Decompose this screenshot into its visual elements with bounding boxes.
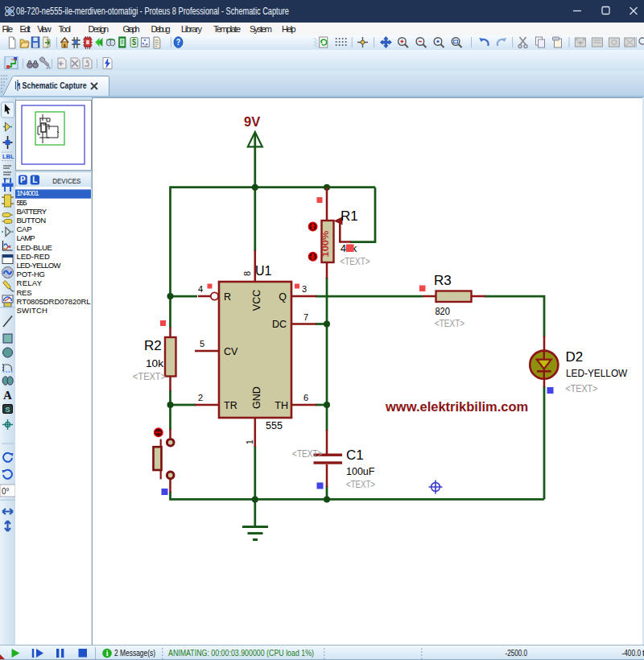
svg-text:U1: U1 bbox=[255, 264, 272, 278]
svg-text:Graph: Graph bbox=[123, 24, 140, 34]
svg-text:1: 1 bbox=[245, 439, 254, 444]
svg-text:RES: RES bbox=[17, 288, 32, 297]
svg-text:VCC: VCC bbox=[251, 290, 262, 311]
svg-text:S: S bbox=[132, 38, 136, 47]
svg-text:<TEXT>: <TEXT> bbox=[341, 256, 370, 267]
svg-text:BATTERY: BATTERY bbox=[17, 207, 47, 216]
svg-text:View: View bbox=[37, 24, 52, 34]
svg-text:TR: TR bbox=[224, 400, 237, 411]
svg-text:File: File bbox=[2, 24, 14, 34]
svg-text:Tool: Tool bbox=[59, 24, 72, 34]
svg-text:LED-BLUE: LED-BLUE bbox=[17, 243, 52, 252]
svg-text:osc: osc bbox=[143, 43, 147, 47]
svg-text:TH: TH bbox=[275, 400, 288, 411]
svg-text:0°: 0° bbox=[2, 487, 10, 496]
svg-text:8: 8 bbox=[242, 271, 252, 276]
svg-text:10k: 10k bbox=[146, 358, 164, 369]
svg-text:DC: DC bbox=[272, 319, 287, 330]
svg-text:GND: GND bbox=[251, 386, 262, 409]
svg-text:R3: R3 bbox=[434, 273, 452, 288]
svg-text:A: A bbox=[3, 389, 12, 402]
svg-text:-2500.0: -2500.0 bbox=[506, 648, 528, 658]
svg-text:<TEXT>: <TEXT> bbox=[346, 479, 375, 490]
svg-text:RT0805DRD07820RL: RT0805DRD07820RL bbox=[17, 297, 91, 306]
svg-text:?: ? bbox=[176, 38, 180, 47]
svg-text:555: 555 bbox=[266, 420, 283, 431]
svg-text:6: 6 bbox=[303, 393, 308, 402]
svg-text:Q: Q bbox=[279, 291, 287, 303]
svg-text:LED-RED: LED-RED bbox=[17, 252, 51, 261]
svg-text:DEVICES: DEVICES bbox=[52, 176, 80, 185]
svg-text:<TEXT>: <TEXT> bbox=[133, 371, 166, 382]
svg-text:Edit: Edit bbox=[19, 24, 31, 34]
svg-text:C1: C1 bbox=[346, 448, 364, 463]
svg-text:820: 820 bbox=[435, 306, 450, 317]
svg-text:R: R bbox=[224, 291, 231, 303]
svg-text:100uF: 100uF bbox=[346, 466, 375, 477]
svg-text:1N4001: 1N4001 bbox=[17, 188, 39, 197]
svg-text:2 Message(s): 2 Message(s) bbox=[114, 648, 155, 658]
svg-text:SWITCH: SWITCH bbox=[17, 306, 48, 315]
svg-text:System: System bbox=[250, 24, 272, 34]
svg-text:L: L bbox=[32, 175, 37, 184]
svg-text:3: 3 bbox=[302, 284, 307, 294]
svg-text:D2: D2 bbox=[565, 349, 583, 365]
svg-text:LED-YELLOW: LED-YELLOW bbox=[566, 368, 627, 379]
svg-text:BUTTON: BUTTON bbox=[17, 216, 47, 225]
svg-text:CAP: CAP bbox=[17, 225, 32, 233]
svg-text:LED-YELLOW: LED-YELLOW bbox=[17, 261, 61, 270]
svg-text:100%: 100% bbox=[320, 230, 330, 257]
svg-text:i: i bbox=[106, 650, 109, 658]
svg-text:9V: 9V bbox=[244, 114, 260, 129]
svg-text:CV: CV bbox=[224, 346, 238, 357]
svg-text:555: 555 bbox=[17, 198, 27, 207]
svg-text:Template: Template bbox=[213, 24, 241, 34]
svg-text:A: A bbox=[47, 64, 52, 71]
svg-text:RELAY: RELAY bbox=[17, 278, 43, 287]
svg-text:ANIMATING: 00:00:03.900000 (CP: ANIMATING: 00:00:03.900000 (CPU load 1%) bbox=[168, 648, 314, 658]
svg-text:R1: R1 bbox=[341, 208, 358, 224]
svg-text:POT-HG: POT-HG bbox=[17, 270, 46, 278]
svg-text:<TEXT>: <TEXT> bbox=[565, 383, 597, 394]
svg-text:<TEXT>: <TEXT> bbox=[435, 318, 464, 329]
svg-text:Design: Design bbox=[89, 24, 109, 34]
svg-text:Debug: Debug bbox=[151, 24, 171, 34]
svg-text:S: S bbox=[5, 406, 10, 414]
svg-text:R2: R2 bbox=[144, 338, 162, 353]
svg-text:www.elektrikbilim.com: www.elektrikbilim.com bbox=[385, 399, 528, 414]
svg-text:08-720-ne555-ile-merdiven-otom: 08-720-ne555-ile-merdiven-otomatigi - Pr… bbox=[16, 6, 289, 17]
svg-text:2: 2 bbox=[198, 393, 203, 402]
svg-text:5: 5 bbox=[200, 339, 204, 349]
svg-text:7: 7 bbox=[303, 312, 308, 322]
svg-text:<TEXT>: <TEXT> bbox=[292, 448, 323, 460]
svg-text:Library: Library bbox=[181, 24, 203, 34]
svg-text:Help: Help bbox=[282, 24, 296, 34]
svg-text:Schematic Capture: Schematic Capture bbox=[23, 80, 87, 90]
svg-text:-400.0: -400.0 bbox=[622, 648, 642, 658]
svg-text:LAMP: LAMP bbox=[17, 233, 35, 242]
svg-text:LBL: LBL bbox=[2, 153, 14, 160]
svg-text:4: 4 bbox=[198, 284, 203, 294]
svg-text:P: P bbox=[20, 175, 26, 184]
